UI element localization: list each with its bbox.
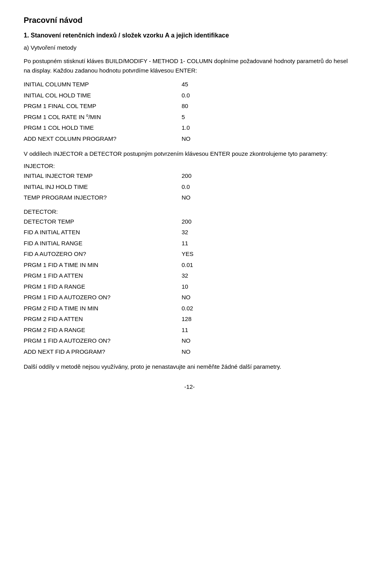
detector-heading: DETECTOR: — [24, 208, 355, 215]
param-value: 0.0 — [182, 182, 213, 192]
param-label: INITIAL COL HOLD TIME — [24, 90, 182, 101]
injector-block: INJECTOR: INITIAL INJECTOR TEMP200INITIA… — [24, 162, 355, 203]
param-value: 200 — [182, 217, 213, 227]
table-row: INITIAL COLUMN TEMP45 — [24, 79, 355, 90]
param-label: INITIAL INJ HOLD TIME — [24, 182, 182, 192]
param-value: NO — [182, 192, 213, 203]
param-value: 45 — [182, 79, 213, 90]
param-label: PRGM 1 FID A RANGE — [24, 282, 182, 292]
param-value: 80 — [182, 101, 213, 111]
param-value: 32 — [182, 227, 213, 237]
intro-para2: Po postupném stisknutí kláves BUILD/MODI… — [24, 56, 355, 75]
table-row: INITIAL INJECTOR TEMP200 — [24, 171, 355, 181]
param-label: PRGM 1 FID A AUTOZERO ON? — [24, 336, 182, 346]
table-row: FID A INITIAL RANGE11 — [24, 238, 355, 248]
intro-para1: a) Vytvoření metody — [24, 43, 355, 52]
param-label: PRGM 1 COL HOLD TIME — [24, 123, 182, 133]
table-row: INITIAL INJ HOLD TIME0.0 — [24, 182, 355, 192]
table-row: FID A AUTOZERO ON?YES — [24, 249, 355, 259]
param-value: YES — [182, 249, 213, 259]
param-value: NO — [182, 336, 213, 346]
table-row: TEMP PROGRAM INJECTOR?NO — [24, 192, 355, 203]
table-row: PRGM 1 FID A RANGE10 — [24, 282, 355, 292]
param-value: 128 — [182, 314, 213, 324]
table-row: ADD NEXT COLUMN PROGRAM?NO — [24, 134, 355, 144]
param-label: PRGM 2 FID A TIME IN MIN — [24, 303, 182, 314]
param-value: 1.0 — [182, 123, 213, 133]
table-row: PRGM 1 FID A AUTOZERO ON?NO — [24, 292, 355, 302]
param-label: INITIAL COLUMN TEMP — [24, 79, 182, 90]
table-row: PRGM 2 FID A ATTEN128 — [24, 314, 355, 324]
param-label: ADD NEXT FID A PROGRAM? — [24, 347, 182, 357]
table-row: INITIAL COL HOLD TIME0.0 — [24, 90, 355, 101]
param-label: PRGM 2 FID A ATTEN — [24, 314, 182, 324]
table-row: PRGM 1 FID A AUTOZERO ON?NO — [24, 336, 355, 346]
table-row: PRGM 2 FID A RANGE11 — [24, 325, 355, 335]
table-row: PRGM 2 FID A TIME IN MIN0.02 — [24, 303, 355, 314]
param-label: PRGM 2 FID A RANGE — [24, 325, 182, 335]
param-label: DETECTOR TEMP — [24, 217, 182, 227]
page-number: -12- — [24, 383, 355, 390]
detector-block: DETECTOR: DETECTOR TEMP200FID A INITIAL … — [24, 208, 355, 357]
table-row: PRGM 1 FID A TIME IN MIN0.01 — [24, 260, 355, 270]
param-label: PRGM 1 FINAL COL TEMP — [24, 101, 182, 111]
section-heading: 1. Stanovení retenčních indexů / složek … — [24, 32, 355, 39]
injector-intro-text: V oddílech INJECTOR a DETECTOR postupným… — [24, 149, 355, 159]
table-row: PRGM 1 FINAL COL TEMP80 — [24, 101, 355, 111]
param-label: PRGM 1 FID A AUTOZERO ON? — [24, 292, 182, 302]
param-value: 0.01 — [182, 260, 213, 270]
param-label: FID A INITIAL ATTEN — [24, 227, 182, 237]
param-value: 5 — [182, 112, 213, 122]
param-value: 0.0 — [182, 90, 213, 101]
column-params-block: INITIAL COLUMN TEMP45INITIAL COL HOLD TI… — [24, 79, 355, 144]
injector-heading: INJECTOR: — [24, 162, 355, 169]
param-label: FID A INITIAL RANGE — [24, 238, 182, 248]
param-label: FID A AUTOZERO ON? — [24, 249, 182, 259]
table-row: PRGM 1 FID A ATTEN32 — [24, 271, 355, 281]
table-row: PRGM 1 COL RATE IN o/MIN5 — [24, 112, 355, 122]
table-row: DETECTOR TEMP200 — [24, 217, 355, 227]
param-label: PRGM 1 FID A ATTEN — [24, 271, 182, 281]
param-value: NO — [182, 292, 213, 302]
table-row: PRGM 1 COL HOLD TIME1.0 — [24, 123, 355, 133]
param-value: 200 — [182, 171, 213, 181]
param-value: NO — [182, 347, 213, 357]
page-title: Pracovní návod — [24, 16, 355, 25]
param-label: ADD NEXT COLUMN PROGRAM? — [24, 134, 182, 144]
closing-paragraph: Další oddíly v metodě nejsou využívány, … — [24, 362, 355, 371]
param-value: 0.02 — [182, 303, 213, 314]
param-value: 11 — [182, 238, 213, 248]
param-label: PRGM 1 COL RATE IN o/MIN — [24, 112, 182, 122]
param-label: PRGM 1 FID A TIME IN MIN — [24, 260, 182, 270]
table-row: ADD NEXT FID A PROGRAM?NO — [24, 347, 355, 357]
param-value: 10 — [182, 282, 213, 292]
param-value: NO — [182, 134, 213, 144]
table-row: FID A INITIAL ATTEN32 — [24, 227, 355, 237]
param-label: INITIAL INJECTOR TEMP — [24, 171, 182, 181]
param-value: 32 — [182, 271, 213, 281]
param-label: TEMP PROGRAM INJECTOR? — [24, 192, 182, 203]
param-value: 11 — [182, 325, 213, 335]
